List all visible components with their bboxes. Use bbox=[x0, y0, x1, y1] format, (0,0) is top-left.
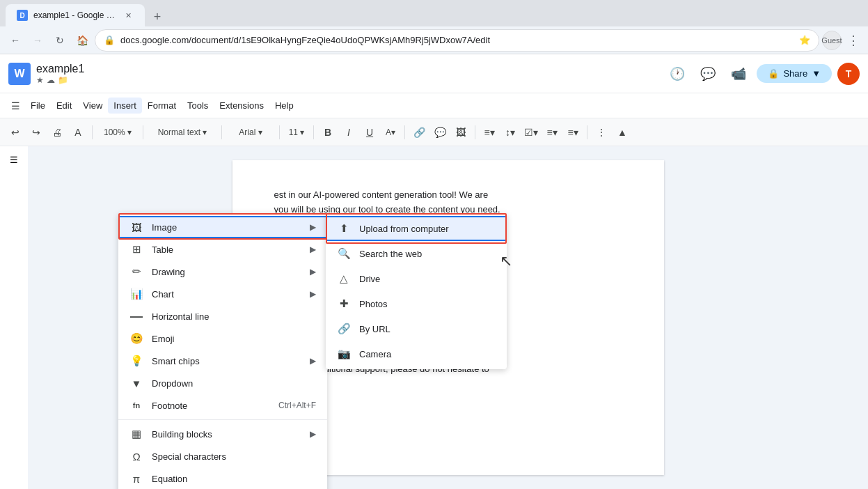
active-tab[interactable]: D example1 - Google Docs ✕ bbox=[6, 4, 145, 26]
comment-button[interactable]: 💬 bbox=[695, 61, 720, 86]
menu-item-footnote[interactable]: fn Footnote Ctrl+Alt+F bbox=[118, 394, 327, 417]
zoom-select[interactable]: 100% ▾ bbox=[97, 123, 139, 142]
line-spacing-button[interactable]: ↕▾ bbox=[500, 123, 520, 142]
underline-button[interactable]: U bbox=[360, 123, 379, 142]
image-menu-arrow: ▶ bbox=[310, 222, 316, 232]
building-blocks-label: Building blocks bbox=[152, 429, 301, 440]
menu-extensions[interactable]: Extensions bbox=[214, 98, 269, 114]
share-label: Share bbox=[783, 68, 807, 79]
more-button[interactable]: ⋮ bbox=[592, 123, 611, 142]
url-icon: 🔗 bbox=[337, 322, 351, 336]
chart-menu-label: Chart bbox=[152, 289, 301, 300]
address-bar[interactable]: 🔒 docs.google.com/document/d/1sE9OlkaHyn… bbox=[95, 29, 819, 52]
menu-file[interactable]: File bbox=[25, 98, 51, 114]
meet-button[interactable]: 📹 bbox=[726, 61, 751, 86]
style-select[interactable]: Normal text ▾ bbox=[148, 123, 217, 142]
menu-item-special-chars[interactable]: Ω Special characters bbox=[118, 445, 327, 467]
menu-item-equation[interactable]: π Equation bbox=[118, 467, 327, 489]
table-menu-icon: ⊞ bbox=[129, 242, 143, 256]
menu-item-drawing[interactable]: ✏ Drawing ▶ bbox=[118, 261, 327, 283]
menu-tools[interactable]: Tools bbox=[182, 98, 214, 114]
menu-view[interactable]: View bbox=[77, 98, 108, 114]
font-select[interactable]: Arial ▾ bbox=[226, 123, 275, 142]
browser-menu-button[interactable]: ⋮ bbox=[844, 30, 862, 51]
print-button[interactable]: 🖨 bbox=[47, 123, 67, 142]
italic-button[interactable]: I bbox=[339, 123, 358, 142]
history-button[interactable]: 🕐 bbox=[665, 61, 690, 86]
insert-menu: 🖼 Image ▶ ⊞ Table ▶ ✏ Drawing ▶ 📊 Chart bbox=[118, 213, 327, 489]
photos-label: Photos bbox=[359, 299, 387, 309]
profile-button[interactable]: Guest bbox=[822, 31, 842, 50]
undo-button[interactable]: ↩ bbox=[6, 123, 25, 142]
toolbar-sep-6 bbox=[404, 125, 405, 139]
submenu-search-web[interactable]: 🔍 Search the web bbox=[326, 241, 507, 266]
menu-item-table[interactable]: ⊞ Table ▶ bbox=[118, 238, 327, 261]
image-menu-label: Image bbox=[152, 222, 301, 233]
home-button[interactable]: 🏠 bbox=[72, 31, 92, 50]
smart-chips-icon: 💡 bbox=[129, 354, 143, 368]
menu-bar: ☰ File Edit View Insert Format Tools Ext… bbox=[0, 93, 868, 118]
comment-inline-button[interactable]: 💬 bbox=[430, 123, 450, 142]
sidebar-toggle[interactable]: ☰ bbox=[0, 146, 28, 489]
numbered-list-button[interactable]: ≡▾ bbox=[563, 123, 583, 142]
toolbar-sep-1 bbox=[92, 125, 93, 139]
docs-header: W example1 ★ ☁ 📁 🕐 💬 📹 🔒 Share ▼ bbox=[0, 54, 868, 93]
image-button[interactable]: 🖼 bbox=[451, 123, 471, 142]
font-size-select[interactable]: 11 ▾ bbox=[284, 123, 309, 142]
spellcheck-button[interactable]: A bbox=[68, 123, 88, 142]
submenu-photos[interactable]: ✚ Photos bbox=[326, 291, 507, 316]
menu-edit[interactable]: Edit bbox=[51, 98, 77, 114]
new-tab-button[interactable]: + bbox=[148, 7, 167, 26]
align-button[interactable]: ≡▾ bbox=[480, 123, 499, 142]
chart-menu-arrow: ▶ bbox=[310, 289, 316, 299]
emoji-menu-icon: 😊 bbox=[129, 332, 143, 346]
doc-title[interactable]: example1 bbox=[36, 63, 84, 75]
back-button[interactable]: ← bbox=[6, 31, 25, 50]
docs-toolbar: ↩ ↪ 🖨 A 100% ▾ Normal text ▾ Arial ▾ 11 … bbox=[0, 118, 868, 146]
submenu-upload[interactable]: ⬆ Upload from computer bbox=[326, 216, 507, 241]
horizontal-line-label: Horizontal line bbox=[152, 311, 316, 322]
menu-item-dropdown[interactable]: ▼ Dropdown bbox=[118, 372, 327, 394]
redo-button[interactable]: ↪ bbox=[26, 123, 46, 142]
drive-label: Drive bbox=[359, 274, 380, 284]
smart-chips-label: Smart chips bbox=[152, 356, 301, 366]
menu-item-horizontal-line[interactable]: — Horizontal line bbox=[118, 305, 327, 327]
checklist-button[interactable]: ☑▾ bbox=[521, 123, 541, 142]
collapse-button[interactable]: ▲ bbox=[613, 123, 632, 142]
building-blocks-icon: ▦ bbox=[129, 427, 143, 441]
search-web-label: Search the web bbox=[359, 249, 422, 259]
building-blocks-arrow: ▶ bbox=[310, 429, 316, 439]
bold-button[interactable]: B bbox=[318, 123, 338, 142]
submenu-drive[interactable]: △ Drive bbox=[326, 266, 507, 291]
special-chars-label: Special characters bbox=[152, 451, 316, 462]
toolbar-sep-8 bbox=[587, 125, 587, 139]
share-button[interactable]: 🔒 Share ▼ bbox=[757, 64, 832, 83]
bookmark-icon[interactable]: ★ bbox=[36, 75, 44, 85]
hamburger-menu[interactable]: ☰ bbox=[6, 96, 25, 116]
refresh-button[interactable]: ↻ bbox=[50, 31, 70, 50]
user-avatar[interactable]: T bbox=[837, 63, 860, 85]
tab-favicon: D bbox=[17, 10, 28, 21]
move-icon[interactable]: 📁 bbox=[58, 75, 68, 85]
bullets-button[interactable]: ≡▾ bbox=[542, 123, 562, 142]
text-color-button[interactable]: A▾ bbox=[381, 123, 400, 142]
cloud-icon: ☁ bbox=[47, 75, 55, 85]
photos-icon: ✚ bbox=[337, 297, 351, 311]
menu-item-smart-chips[interactable]: 💡 Smart chips ▶ bbox=[118, 350, 327, 372]
toolbar-sep-4 bbox=[279, 125, 280, 139]
menu-item-emoji[interactable]: 😊 Emoji bbox=[118, 327, 327, 350]
submenu-camera[interactable]: 📷 Camera bbox=[326, 341, 507, 366]
submenu-by-url[interactable]: 🔗 By URL bbox=[326, 316, 507, 341]
doc-title-icons: ★ ☁ 📁 bbox=[36, 75, 84, 85]
emoji-menu-label: Emoji bbox=[152, 334, 316, 344]
link-button[interactable]: 🔗 bbox=[409, 123, 429, 142]
table-menu-arrow: ▶ bbox=[310, 244, 316, 254]
menu-item-chart[interactable]: 📊 Chart ▶ bbox=[118, 283, 327, 305]
forward-button[interactable]: → bbox=[28, 31, 47, 50]
menu-format[interactable]: Format bbox=[142, 98, 182, 114]
tab-close-button[interactable]: ✕ bbox=[123, 10, 134, 21]
menu-help[interactable]: Help bbox=[269, 98, 299, 114]
menu-item-image[interactable]: 🖼 Image ▶ bbox=[118, 216, 327, 238]
menu-item-building-blocks[interactable]: ▦ Building blocks ▶ bbox=[118, 423, 327, 445]
menu-insert[interactable]: Insert bbox=[108, 98, 142, 114]
